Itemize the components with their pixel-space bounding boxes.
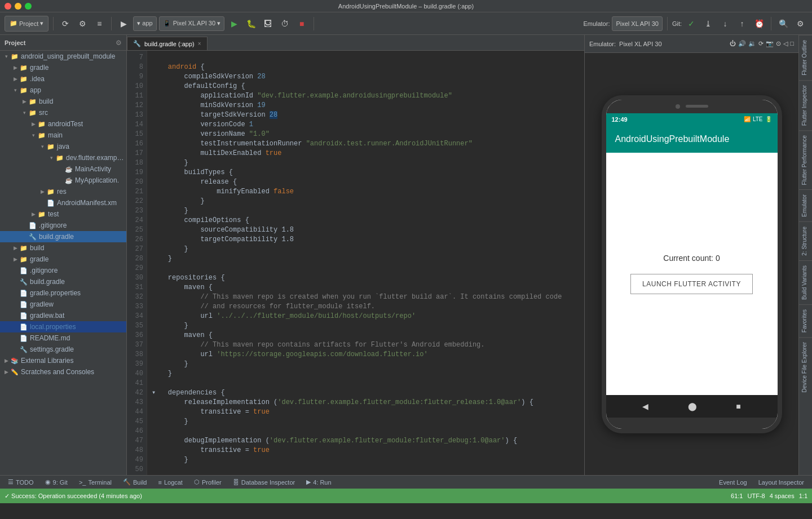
app-dropdown[interactable]: ▾ app [133, 16, 156, 31]
run-button[interactable]: ▶ [227, 16, 241, 31]
tree-item-buildgradle-selected[interactable]: 🔧 build.gradle [0, 231, 126, 242]
tree-item-devflutter[interactable]: ▾ 📁 dev.flutter.examp… [0, 152, 126, 163]
tree-item-gitignore-app[interactable]: 📄 .gitignore [0, 220, 126, 231]
editor-tabs: 🔧 build.gradle (:app) × [127, 35, 584, 51]
status-ratio: 1:1 [799, 493, 807, 499]
minimize-button[interactable] [15, 3, 21, 10]
editor-tab-buildgradle[interactable]: 🔧 build.gradle (:app) × [127, 37, 208, 50]
emulator-volume-down-icon[interactable]: 🔉 [748, 40, 756, 47]
tree-item-gradle[interactable]: ▶ 📁 gradle [0, 62, 126, 73]
tree-item-myapplication[interactable]: ☕ MyApplication. [0, 175, 126, 186]
flutter-outline-tool[interactable]: Flutter Outline [799, 35, 813, 80]
flutter-performance-tool[interactable]: Flutter Performance [799, 130, 813, 189]
tree-item-androidmanifest[interactable]: 📄 AndroidManifest.xm [0, 197, 126, 209]
profiler-tab[interactable]: ⬡ Profiler [191, 476, 225, 489]
gradle-icon: 🔧 [28, 232, 37, 241]
tree-item-gradleprops[interactable]: 📄 gradle.properties [0, 287, 126, 299]
emulator-device-label: Pixel XL API 30 [616, 20, 658, 27]
emulator-device-dropdown[interactable]: Pixel XL API 30 [612, 16, 662, 31]
stop-button[interactable]: ■ [294, 16, 309, 31]
tree-item-gradlew[interactable]: 📄 gradlew [0, 299, 126, 310]
run-config-button[interactable]: ▶ [116, 16, 131, 31]
git-tab[interactable]: ◉ 9: Git [42, 476, 71, 489]
tree-item-mainactivity[interactable]: ☕ MainActivity [0, 163, 126, 175]
git-commit-button[interactable]: ⤓ [701, 16, 716, 31]
tree-item-localprops[interactable]: 📄 local.properties [0, 321, 126, 332]
layout-inspector-tab[interactable]: Layout Inspector [755, 476, 807, 489]
run-tab[interactable]: ▶ 4: Run [303, 476, 334, 489]
structure-tool[interactable]: 2: Structure [799, 221, 813, 260]
tree-item-java[interactable]: ▾ 📁 java [0, 141, 126, 152]
git-history-button[interactable]: ⏰ [752, 16, 766, 31]
tree-item-app[interactable]: ▾ 📁 app [0, 85, 126, 96]
sidebar-settings-icon[interactable]: ⚙ [116, 39, 122, 47]
project-button[interactable]: 📁 Project ▾ [5, 16, 48, 32]
tree-item-build1[interactable]: ▶ 📁 build [0, 96, 126, 107]
tree-item-settingsgradle[interactable]: 🔧 settings.gradle [0, 344, 126, 355]
tree-item-gitignore-root[interactable]: 📄 .gitignore [0, 265, 126, 276]
event-log-tab[interactable]: Event Log [716, 476, 751, 489]
emulator-menu-icon[interactable]: □ [790, 40, 794, 47]
coverage-button[interactable]: ⛾ [261, 16, 275, 31]
tree-item-res[interactable]: ▶ 📁 res [0, 186, 126, 197]
settings-button[interactable]: ⚙ [75, 16, 90, 31]
maximize-button[interactable] [25, 3, 32, 10]
tree-item-gradlewbat[interactable]: 📄 gradlew.bat [0, 310, 126, 321]
git-update-button[interactable]: ↓ [718, 16, 732, 31]
device-dropdown[interactable]: 📱 Pixel XL API 30 ▾ [159, 16, 224, 31]
launch-flutter-button[interactable]: LAUNCH FLUTTER ACTIVITY [630, 274, 753, 294]
todo-tab[interactable]: ☰ TODO [5, 476, 37, 489]
favorites-tool[interactable]: Favorites [799, 304, 813, 337]
terminal-tab[interactable]: >_ Terminal [76, 476, 115, 489]
settings-gear-button[interactable]: ⚙ [793, 16, 807, 31]
tree-item-label: test [48, 210, 59, 218]
search-button[interactable]: 🔍 [776, 16, 791, 31]
build-tab[interactable]: 🔨 Build [120, 476, 150, 489]
flutter-inspector-tool[interactable]: Flutter Inspector [799, 80, 813, 130]
tree-item-buildgradle-root[interactable]: 🔧 build.gradle [0, 276, 126, 287]
tree-item-main[interactable]: ▾ 📁 main [0, 130, 126, 141]
emulator-tool[interactable]: Emulator [799, 189, 813, 221]
database-inspector-tab[interactable]: 🗄 Database Inspector [230, 476, 298, 489]
tree-item-gradle2[interactable]: ▶ 📁 gradle [0, 254, 126, 265]
emulator-power-icon[interactable]: ⏻ [730, 40, 736, 47]
structure-button[interactable]: ≡ [92, 16, 107, 31]
tree-item-src[interactable]: ▾ 📁 src [0, 107, 126, 118]
tree-item-scratches[interactable]: ▶ ✏️ Scratches and Consoles [0, 366, 126, 378]
tree-item-idea[interactable]: ▶ 📁 .idea [0, 73, 126, 85]
tree-item-root[interactable]: ▾ 📁 android_using_prebuilt_module [0, 51, 126, 62]
logcat-tab[interactable]: ≡ Logcat [155, 476, 186, 489]
phone-speaker [686, 105, 708, 108]
git-check-button[interactable]: ✓ [684, 16, 699, 31]
folder-icon: 📁 [10, 52, 19, 61]
tree-item-label: .idea [30, 75, 45, 83]
device-file-explorer-tool[interactable]: Device File Explorer [799, 337, 813, 397]
emulator-snapshot-icon[interactable]: 📷 [766, 40, 774, 47]
app-dropdown-label: ▾ app [137, 20, 152, 27]
emulator-home-icon[interactable]: ⊙ [776, 40, 781, 47]
tree-item-build2[interactable]: ▶ 📁 build [0, 242, 126, 254]
phone-nav-bar: ◀ ⬤ ■ [606, 395, 778, 418]
emulator-rotate-icon[interactable]: ⟳ [758, 40, 764, 47]
tree-item-external-libraries[interactable]: ▶ 📚 External Libraries [0, 355, 126, 366]
code-content[interactable]: android { compileSdkVersion 28 defaultCo… [147, 51, 584, 475]
tab-close-button[interactable]: × [198, 41, 201, 47]
battery-icon: LTE [753, 116, 763, 122]
emulator-volume-up-icon[interactable]: 🔊 [738, 40, 746, 47]
emulator-back-icon[interactable]: ◁ [783, 40, 788, 47]
tree-item-readme[interactable]: 📄 README.md [0, 332, 126, 344]
tree-item-test[interactable]: ▶ 📁 test [0, 209, 126, 220]
profile-button[interactable]: ⏱ [277, 16, 292, 31]
tree-item-label: build [39, 97, 53, 105]
nav-home-button[interactable]: ⬤ [688, 402, 697, 411]
sync-button[interactable]: ⟳ [58, 16, 73, 31]
tree-item-androidtest[interactable]: ▶ 📁 androidTest [0, 118, 126, 130]
file-icon: 📄 [46, 198, 55, 207]
close-button[interactable] [5, 3, 11, 10]
git-push-button[interactable]: ↑ [735, 16, 749, 31]
build-variants-tool[interactable]: Build Variants [799, 260, 813, 304]
nav-recent-button[interactable]: ■ [736, 402, 740, 411]
debug-button[interactable]: 🐛 [244, 16, 258, 31]
nav-back-button[interactable]: ◀ [642, 402, 648, 411]
device-dropdown-icon: 📱 [163, 20, 171, 27]
